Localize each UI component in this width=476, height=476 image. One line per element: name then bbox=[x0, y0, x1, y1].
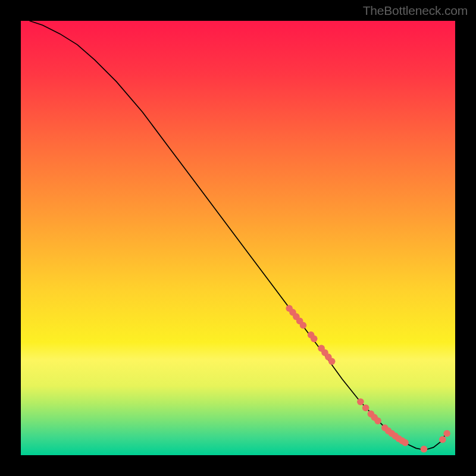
scatter-point bbox=[328, 358, 336, 365]
scatter-point bbox=[311, 336, 318, 343]
chart-background bbox=[21, 21, 455, 455]
scatter-point bbox=[421, 446, 428, 453]
watermark-text: TheBottleneck.com bbox=[363, 4, 468, 18]
scatter-point bbox=[374, 418, 381, 425]
chart-stage: TheBottleneck.com bbox=[0, 0, 476, 476]
bottleneck-chart bbox=[21, 21, 455, 455]
scatter-point bbox=[362, 405, 369, 412]
scatter-point bbox=[402, 439, 409, 446]
scatter-point bbox=[439, 436, 446, 443]
scatter-point bbox=[300, 322, 307, 329]
scatter-point bbox=[357, 398, 364, 405]
scatter-point bbox=[443, 430, 450, 437]
